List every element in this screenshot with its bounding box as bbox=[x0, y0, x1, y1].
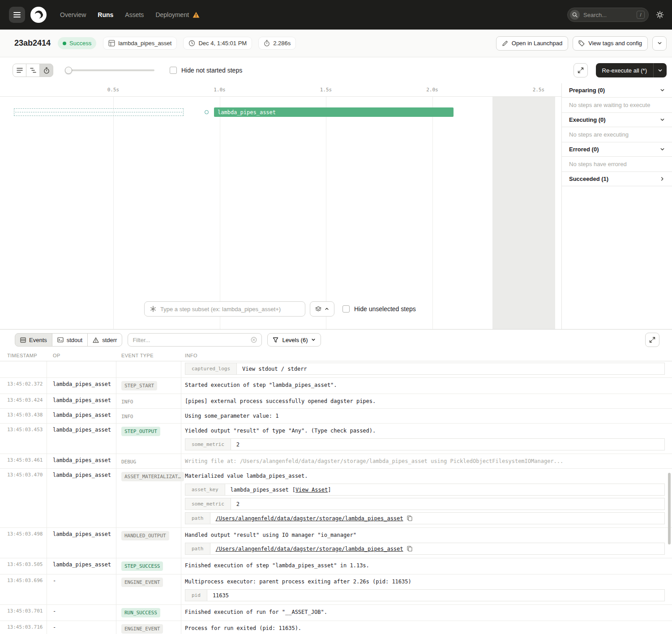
metadata-key: some_metric bbox=[185, 498, 231, 510]
log-row[interactable]: 13:45:03.505lambda_pipes_assetSTEP_SUCCE… bbox=[0, 558, 672, 574]
reexecute-all-button[interactable]: Re-execute all (*) bbox=[596, 63, 653, 77]
hide-not-started-label: Hide not started steps bbox=[181, 67, 242, 74]
log-row[interactable]: 13:45:03.470lambda_pipes_assetASSET_MATE… bbox=[0, 469, 672, 528]
metadata-value: 2 bbox=[231, 439, 664, 450]
step-section-empty-text: No steps have errored bbox=[562, 157, 672, 172]
tab-stdout[interactable]: stdout bbox=[52, 333, 88, 347]
zoom-slider-handle[interactable] bbox=[65, 67, 72, 74]
log-row[interactable]: 13:45:03.696-ENGINE_EVENTMultiprocess ex… bbox=[0, 574, 672, 605]
flat-view-button[interactable] bbox=[13, 64, 26, 77]
dagster-logo[interactable] bbox=[30, 7, 47, 23]
log-filter-box[interactable] bbox=[128, 333, 262, 347]
log-row[interactable]: 13:45:03.701-RUN_SUCCESSFinished executi… bbox=[0, 605, 672, 621]
metadata-row: pid11635 bbox=[185, 589, 665, 601]
hide-unselected-toggle[interactable]: Hide unselected steps bbox=[342, 305, 416, 313]
reexecute-dropdown-button[interactable] bbox=[653, 63, 667, 77]
step-section-header[interactable]: Executing (0) bbox=[562, 113, 672, 127]
metadata-value: lambda_pipes_asset[View Asset] bbox=[225, 484, 664, 495]
metadata-link[interactable]: /Users/alangenfeld/data/dagster/storage/… bbox=[216, 546, 403, 552]
event-type-tag: ENGINE_EVENT bbox=[121, 624, 163, 634]
log-row[interactable]: 13:45:02.372lambda_pipes_assetSTEP_START… bbox=[0, 378, 672, 394]
nav-item-overview[interactable]: Overview bbox=[60, 11, 86, 18]
tab-stderr[interactable]: stderr bbox=[87, 333, 122, 347]
gear-icon[interactable] bbox=[656, 11, 664, 19]
levels-filter-button[interactable]: Levels (6) bbox=[267, 333, 321, 347]
search-input[interactable] bbox=[583, 12, 633, 18]
log-row[interactable]: captured_logsView stdout / stderr bbox=[0, 361, 672, 378]
metadata-key: some_metric bbox=[185, 439, 231, 450]
step-section-empty-text: No steps are waiting to execute bbox=[562, 98, 672, 113]
view-asset-link[interactable]: View Asset bbox=[295, 487, 328, 493]
log-panel: Eventsstdoutstderr Levels (6) TIMESTAMP … bbox=[0, 329, 672, 634]
top-navigation: OverviewRunsAssetsDeployment / bbox=[0, 0, 672, 30]
event-type-tag: ASSET_MATERIALIZAT… bbox=[121, 472, 184, 481]
log-event-type: ASSET_MATERIALIZAT… bbox=[116, 469, 181, 527]
log-info-text: Multiprocess executor: parent process ex… bbox=[185, 578, 665, 585]
view-mode-segmented-control bbox=[13, 64, 53, 77]
search-box[interactable]: / bbox=[567, 8, 649, 22]
step-section-title: Errored (0) bbox=[569, 146, 599, 153]
tab-label: Events bbox=[29, 337, 47, 343]
log-row[interactable]: 13:45:03.424lambda_pipes_assetINFO[pipes… bbox=[0, 394, 672, 409]
step-subset-input-box[interactable] bbox=[144, 301, 305, 317]
nav-item-deployment[interactable]: Deployment bbox=[155, 11, 200, 18]
log-timestamp: 13:45:03.461 bbox=[0, 454, 47, 468]
log-op: lambda_pipes_asset bbox=[47, 394, 116, 408]
metadata-link[interactable]: /Users/alangenfeld/data/dagster/storage/… bbox=[216, 515, 403, 522]
log-info: Yielded output "result" of type "Any". (… bbox=[181, 424, 672, 454]
log-op: - bbox=[47, 621, 116, 634]
open-launchpad-button[interactable]: Open in Launchpad bbox=[496, 36, 568, 51]
step-section-header[interactable]: Errored (0) bbox=[562, 142, 672, 157]
log-row[interactable]: 13:45:03.498lambda_pipes_assetHANDLED_OU… bbox=[0, 528, 672, 558]
nav-item-runs[interactable]: Runs bbox=[98, 11, 113, 18]
log-row[interactable]: 13:45:03.453lambda_pipes_assetSTEP_OUTPU… bbox=[0, 424, 672, 454]
menu-button[interactable] bbox=[9, 7, 25, 23]
view-tags-config-button[interactable]: View tags and config bbox=[573, 36, 648, 51]
log-fullscreen-button[interactable] bbox=[645, 333, 659, 347]
log-scrollbar[interactable] bbox=[668, 473, 671, 544]
job-name-chip[interactable]: lambda_pipes_asset bbox=[103, 37, 176, 49]
log-info: Finished execution of step "lambda_pipes… bbox=[181, 558, 672, 574]
zoom-slider[interactable] bbox=[65, 67, 154, 74]
log-info-text: Started execution of step "lambda_pipes_… bbox=[185, 381, 665, 389]
hide-unselected-checkbox[interactable] bbox=[342, 305, 350, 313]
graph-options-button[interactable] bbox=[310, 301, 334, 317]
nav-item-label: Assets bbox=[125, 11, 144, 18]
zoom-slider-track bbox=[65, 69, 154, 71]
time-mark-label: 2.0s bbox=[426, 87, 438, 93]
log-timestamp: 13:45:02.372 bbox=[0, 378, 47, 394]
nav-item-assets[interactable]: Assets bbox=[125, 11, 144, 18]
log-timestamp: 13:45:03.505 bbox=[0, 558, 47, 574]
hide-not-started-checkbox[interactable] bbox=[170, 67, 177, 74]
chevron-down-icon bbox=[657, 41, 662, 46]
metadata-value: 11635 bbox=[207, 590, 664, 601]
log-info-text: Using some_parameter value: 1 bbox=[185, 412, 665, 420]
log-op bbox=[47, 361, 116, 377]
hide-not-started-toggle[interactable]: Hide not started steps bbox=[170, 67, 242, 74]
gantt-step-bar[interactable]: lambda_pipes_asset bbox=[214, 107, 454, 117]
step-section-title: Executing (0) bbox=[569, 116, 606, 123]
chevron-down-icon bbox=[660, 117, 665, 122]
log-row[interactable]: 13:45:03.461lambda_pipes_assetDEBUGWriti… bbox=[0, 454, 672, 469]
run-actions-dropdown-button[interactable] bbox=[652, 36, 667, 51]
step-section-header[interactable]: Succeeded (1) bbox=[562, 172, 672, 186]
metadata-key: asset_key bbox=[185, 484, 225, 495]
tab-label: stderr bbox=[102, 337, 117, 343]
step-section-header[interactable]: Preparing (0) bbox=[562, 83, 672, 98]
copy-icon[interactable] bbox=[407, 546, 412, 552]
gantt-fullscreen-button[interactable] bbox=[574, 63, 588, 77]
timed-view-button[interactable] bbox=[39, 64, 53, 77]
event-type-tag: HANDLED_OUTPUT bbox=[121, 531, 169, 540]
log-filter-input[interactable] bbox=[133, 337, 247, 343]
log-row[interactable]: 13:45:03.438lambda_pipes_assetINFOUsing … bbox=[0, 409, 672, 424]
step-subset-input[interactable] bbox=[160, 306, 300, 313]
tab-events[interactable]: Events bbox=[15, 333, 52, 347]
copy-icon[interactable] bbox=[407, 515, 412, 521]
log-op: lambda_pipes_asset bbox=[47, 469, 116, 527]
waterfall-view-button[interactable] bbox=[26, 64, 40, 77]
log-toolbar: Eventsstdoutstderr Levels (6) bbox=[0, 330, 672, 350]
log-row[interactable]: 13:45:03.716-ENGINE_EVENTProcess for run… bbox=[0, 621, 672, 634]
column-header-info: INFO bbox=[181, 353, 672, 358]
clear-filter-icon[interactable] bbox=[251, 337, 257, 343]
stdout-icon bbox=[57, 337, 64, 343]
